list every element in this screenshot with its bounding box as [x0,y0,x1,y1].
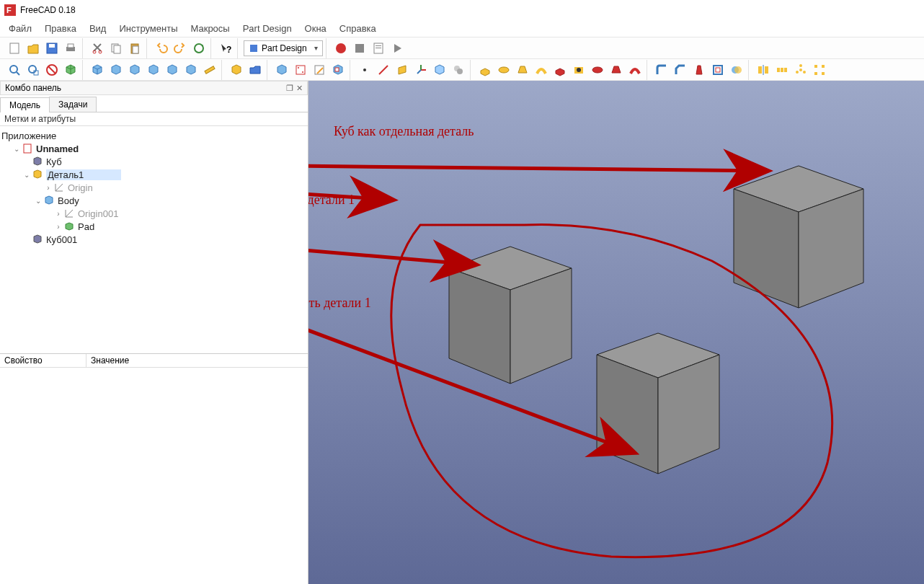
view-left-button[interactable] [182,61,200,79]
tree-item-origin001[interactable]: › Origin001 [1,207,306,220]
undo-button[interactable] [153,40,170,57]
menu-windows[interactable]: Окна [299,22,332,35]
svg-rect-4 [49,44,55,48]
paste-button[interactable] [126,40,143,57]
tree-item-label: Origin [68,182,93,193]
fillet-button[interactable] [653,61,670,79]
tree-item-origin[interactable]: › Origin [1,181,306,194]
viewport-3d[interactable]: Куб как отдельная деталь Куски детали 1 … [308,81,924,584]
save-button[interactable] [43,40,61,57]
tree-doc[interactable]: ⌄ Unnamed [1,142,306,155]
cut-button[interactable] [89,40,106,57]
boolean-button[interactable] [728,61,745,79]
edit-sketch-button[interactable] [311,61,328,79]
menu-partdesign[interactable]: Part Design [237,22,298,35]
svg-rect-58 [822,65,825,68]
cube-object[interactable] [597,333,719,474]
create-sketch-button[interactable] [292,61,309,79]
new-button[interactable] [6,40,23,57]
macro-play-button[interactable] [388,40,406,57]
measure-button[interactable] [201,61,218,79]
origin-icon [63,208,75,219]
svg-rect-27 [296,66,305,74]
view-iso-button[interactable] [62,61,79,79]
tree-item-body[interactable]: ⌄ Body [1,194,306,207]
pad-button[interactable] [476,61,494,79]
groove-button[interactable] [589,61,606,79]
view-front-button[interactable] [89,61,106,79]
create-group-button[interactable] [246,61,264,79]
menu-edit[interactable]: Правка [39,22,82,35]
menu-view[interactable]: Вид [84,22,112,35]
create-body-button[interactable] [273,61,290,79]
datum-point-button[interactable] [356,61,373,79]
zoom-fit-button[interactable] [6,61,23,79]
redo-button[interactable] [172,40,189,57]
copy-button[interactable] [107,40,125,57]
svg-point-13 [195,44,203,53]
macro-record-button[interactable] [332,40,350,57]
cube-object[interactable] [449,247,572,384]
clone-button[interactable] [450,61,467,79]
multi-transform-button[interactable] [811,61,828,79]
pocket-button[interactable] [551,61,569,79]
svg-rect-20 [376,48,381,48]
datum-cs-button[interactable] [412,61,430,79]
caret-icon[interactable]: › [43,184,53,192]
zoom-selection-button[interactable] [25,61,42,79]
menu-macros[interactable]: Макросы [185,22,235,35]
tree-item-pad[interactable]: › Pad [1,220,306,233]
linear-pattern-button[interactable] [773,61,791,79]
open-button[interactable] [25,40,42,57]
shapebinder-button[interactable] [431,61,448,79]
drawstyle-button[interactable] [43,61,61,79]
window-title: FreeCAD 0.18 [20,5,76,15]
print-button[interactable] [62,40,79,57]
hole-button[interactable] [570,61,587,79]
sweep-button[interactable] [533,61,550,79]
create-part-button[interactable] [228,61,245,79]
caret-icon[interactable]: › [53,210,63,218]
menu-help[interactable]: Справка [334,22,382,35]
thickness-button[interactable] [709,61,727,79]
view-top-button[interactable] [107,61,125,79]
revolution-button[interactable] [495,61,512,79]
menu-tools[interactable]: Инструменты [113,22,183,35]
loft-button[interactable] [514,61,531,79]
model-tree[interactable]: Приложение ⌄ Unnamed Куб ⌄ Деталь1 › Ori… [0,126,308,249]
chamfer-button[interactable] [672,61,689,79]
view-bottom-button[interactable] [164,61,181,79]
combo-panel-title: Комбо панель ❐✕ [0,81,308,95]
mirror-button[interactable] [755,61,772,79]
subloft-button[interactable] [608,61,625,79]
macro-edit-button[interactable] [370,40,387,57]
tree-item-part1[interactable]: ⌄ Деталь1 [1,168,306,181]
tab-tasks[interactable]: Задачи [49,97,97,112]
svg-point-39 [499,67,509,73]
subsweep-button[interactable] [626,61,644,79]
undock-icon[interactable]: ❐ [286,84,293,93]
caret-icon[interactable]: ⌄ [33,197,43,205]
refresh-button[interactable] [190,40,208,57]
polar-pattern-button[interactable] [792,61,809,79]
tab-model[interactable]: Модель [0,97,50,112]
caret-icon[interactable]: ⌄ [22,171,32,179]
view-right-button[interactable] [126,61,143,79]
view-rear-button[interactable] [145,61,162,79]
datum-line-button[interactable] [375,61,392,79]
tree-item-cube001[interactable]: Куб001 [1,233,306,246]
whatsthis-button[interactable]: ? [217,40,234,57]
tree-header-labels: Метки и атрибуты [0,112,308,126]
caret-icon[interactable]: ⌄ [12,145,22,153]
menu-file[interactable]: Файл [3,22,37,35]
map-sketch-button[interactable] [329,61,347,79]
annotation-text: Куб как отдельная деталь [334,124,474,139]
prop-header-name: Свойство [0,354,86,367]
workbench-select[interactable]: Part Design [244,40,323,56]
caret-icon[interactable]: › [53,223,63,231]
macro-stop-button[interactable] [351,40,368,57]
draft-button[interactable] [690,61,708,79]
tree-item-cube[interactable]: Куб [1,155,306,168]
datum-plane-button[interactable] [394,61,411,79]
close-panel-icon[interactable]: ✕ [296,84,303,93]
